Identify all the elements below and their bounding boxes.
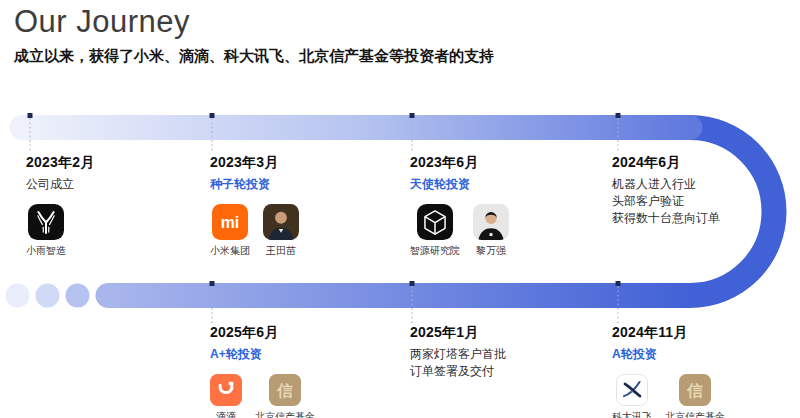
milestone-line: 头部客户验证 — [612, 193, 684, 210]
milestone-line: 订单签署及交付 — [410, 363, 494, 380]
logo-label: 智源研究院 — [410, 244, 460, 258]
header: Our Journey 成立以来，获得了小米、滴滴、科大讯飞、北京信产基金等投资… — [14, 4, 494, 66]
milestone-top-3: 2023年6月天使轮投资智源研究院黎万强 — [410, 154, 509, 258]
logo-li: 黎万强 — [473, 204, 509, 258]
milestone-date: 2023年3月 — [210, 154, 278, 172]
milestone-line: 机器人进入行业 — [612, 176, 696, 193]
marker-square — [410, 281, 415, 286]
journey-slide: Our Journey 成立以来，获得了小米、滴滴、科大讯飞、北京信产基金等投资… — [0, 0, 800, 418]
logo-fund: 信北京信产基金 — [665, 374, 725, 418]
marker-square — [210, 113, 215, 118]
marker-square — [28, 113, 33, 118]
svg-text:信: 信 — [686, 382, 703, 399]
logo-row: 小雨智造 — [26, 204, 66, 258]
logo-baai: 智源研究院 — [410, 204, 460, 258]
logo-row: mi小米集团王田苗 — [210, 204, 299, 258]
milestone-date: 2023年6月 — [410, 154, 478, 172]
milestone-top-4: 2024年6月机器人进入行业头部客户验证获得数十台意向订单 — [612, 154, 720, 226]
xiaomi-logo-icon: mi — [212, 204, 248, 240]
logo-row: 智源研究院黎万强 — [410, 204, 509, 258]
baai-logo-icon — [417, 204, 453, 240]
iflytek-logo-icon — [616, 374, 648, 406]
progress-dots — [6, 284, 90, 308]
page-subtitle: 成立以来，获得了小米、滴滴、科大讯飞、北京信产基金等投资者的支持 — [14, 47, 494, 66]
logo-didi: 滴滴 — [210, 374, 242, 418]
milestone-label: A轮投资 — [612, 346, 657, 363]
milestone-bottom-3: 2024年11月A轮投资科大讯飞信北京信产基金 — [612, 324, 725, 418]
logo-fund: 信北京信产基金 — [255, 374, 315, 418]
logo-xiaomi: mi小米集团 — [210, 204, 250, 258]
logo-xiaoyu: 小雨智造 — [26, 204, 66, 258]
milestone-label: A+轮投资 — [210, 346, 262, 363]
logo-row: 滴滴信北京信产基金 — [210, 374, 315, 418]
logo-label: 黎万强 — [476, 244, 506, 258]
page-title: Our Journey — [14, 4, 494, 40]
logo-label: 小米集团 — [210, 244, 250, 258]
dot-3 — [66, 284, 90, 308]
milestone-date: 2025年6月 — [210, 324, 278, 342]
dot-1 — [6, 284, 30, 308]
milestone-label: 种子轮投资 — [210, 176, 270, 193]
logo-label: 北京信产基金 — [255, 410, 315, 418]
milestone-top-2: 2023年3月种子轮投资mi小米集团王田苗 — [210, 154, 299, 258]
milestone-top-1: 2023年2月公司成立小雨智造 — [26, 154, 94, 258]
didi-logo-icon — [210, 374, 242, 406]
fund-logo-icon: 信 — [269, 374, 301, 406]
li-logo-icon — [473, 204, 509, 240]
milestone-date: 2024年11月 — [612, 324, 688, 342]
logo-label: 滴滴 — [216, 410, 236, 418]
logo-label: 北京信产基金 — [665, 410, 725, 418]
logo-wang: 王田苗 — [263, 204, 299, 258]
marker-square — [410, 113, 415, 118]
dot-2 — [36, 284, 60, 308]
milestone-bottom-2: 2025年1月两家灯塔客户首批订单签署及交付 — [410, 324, 506, 380]
milestone-date: 2025年1月 — [410, 324, 478, 342]
logo-row: 科大讯飞信北京信产基金 — [612, 374, 725, 418]
milestone-date: 2023年2月 — [26, 154, 94, 172]
milestone-line: 两家灯塔客户首批 — [410, 346, 506, 363]
wang-logo-icon — [263, 204, 299, 240]
logo-label: 王田苗 — [266, 244, 296, 258]
bottom-band-cap — [96, 283, 121, 308]
marker-square — [616, 113, 621, 118]
milestone-bottom-1: 2025年6月A+轮投资滴滴信北京信产基金 — [210, 324, 315, 418]
logo-label: 科大讯飞 — [612, 410, 652, 418]
logo-label: 小雨智造 — [26, 244, 66, 258]
marker-square — [616, 281, 621, 286]
milestone-date: 2024年6月 — [612, 154, 680, 172]
svg-text:信: 信 — [276, 382, 293, 399]
milestone-label: 公司成立 — [26, 176, 74, 193]
marker-square — [210, 281, 215, 286]
xiaoyu-logo-icon — [28, 204, 64, 240]
fund-logo-icon: 信 — [679, 374, 711, 406]
svg-text:mi: mi — [221, 214, 240, 231]
milestone-label: 天使轮投资 — [410, 176, 470, 193]
logo-iflytek: 科大讯飞 — [612, 374, 652, 418]
milestone-line: 获得数十台意向订单 — [612, 210, 720, 227]
